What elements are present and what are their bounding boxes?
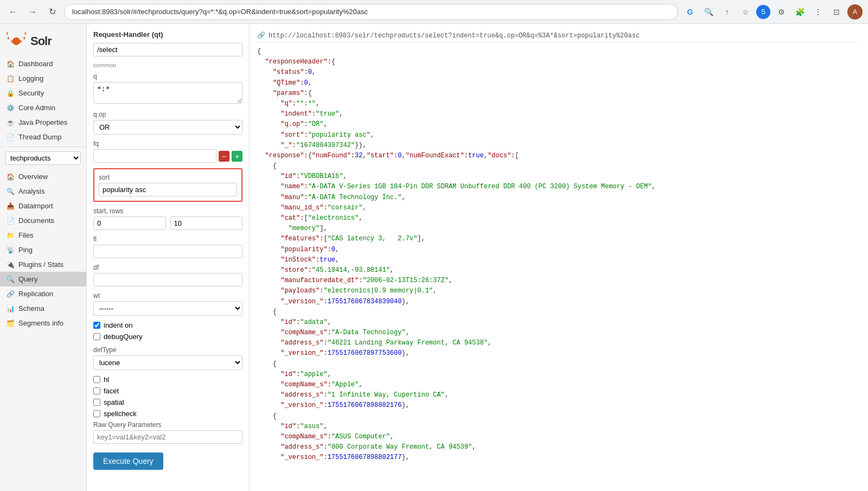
start-rows-group: start, rows bbox=[93, 207, 242, 230]
sidebar-item-logging[interactable]: Logging bbox=[0, 71, 86, 86]
sort-input[interactable] bbox=[99, 183, 237, 196]
security-icon bbox=[7, 90, 15, 97]
browser-chrome: ← → ↻ G 🔍 ↑ ☆ S ⚙ 🧩 ⋮ ⊡ A bbox=[0, 0, 868, 24]
raw-input[interactable] bbox=[93, 430, 242, 444]
sort-label: sort bbox=[99, 174, 237, 181]
deftype-label: defType bbox=[93, 346, 242, 354]
indent-label: indent on bbox=[104, 321, 133, 329]
sidebar-item-javaprops[interactable]: Java Properties bbox=[0, 115, 86, 130]
sidebar-top-nav: DashboardLoggingSecurityCore AdminJava P… bbox=[0, 56, 86, 144]
spellcheck-checkbox[interactable] bbox=[93, 410, 100, 417]
start-rows-label: start, rows bbox=[93, 207, 242, 215]
sidebar-label-schema: Schema bbox=[18, 304, 44, 313]
address-bar[interactable] bbox=[64, 4, 678, 20]
back-button[interactable]: ← bbox=[5, 4, 21, 20]
solr-logo-text: Solr bbox=[30, 34, 52, 48]
splitscreen-icon[interactable]: ⊡ bbox=[829, 4, 844, 20]
sidebar-item-query[interactable]: Query bbox=[0, 272, 86, 286]
sidebar-item-segments[interactable]: Segments info bbox=[0, 316, 86, 330]
facet-row: facet bbox=[93, 387, 242, 395]
svg-rect-8 bbox=[11, 40, 12, 43]
handler-group bbox=[93, 43, 242, 56]
fq-add-button[interactable]: + bbox=[232, 151, 242, 162]
spatial-label: spatial bbox=[104, 398, 124, 406]
qop-select[interactable]: ORAND bbox=[93, 120, 242, 135]
profile-avatar[interactable]: A bbox=[847, 4, 863, 20]
debug-label: debugQuery bbox=[104, 333, 143, 341]
sidebar-item-dashboard[interactable]: Dashboard bbox=[0, 56, 86, 71]
analysis-icon bbox=[7, 188, 15, 195]
menu-icon[interactable]: ⋮ bbox=[810, 4, 826, 20]
qop-group: q.op ORAND bbox=[93, 111, 242, 135]
sidebar-item-coreadmin[interactable]: Core Admin bbox=[0, 100, 86, 115]
documents-icon bbox=[7, 217, 15, 225]
settings-icon[interactable]: ⚙ bbox=[774, 4, 789, 20]
threaddump-icon bbox=[7, 133, 15, 141]
extension-icon[interactable]: S bbox=[756, 5, 770, 19]
fq-label: fq bbox=[93, 140, 242, 148]
start-input[interactable] bbox=[93, 216, 166, 230]
svg-rect-7 bbox=[16, 41, 17, 44]
wt-select[interactable]: ------jsonxmlcsv bbox=[93, 301, 242, 316]
debug-group: debugQuery bbox=[93, 333, 242, 341]
sidebar-item-security[interactable]: Security bbox=[0, 86, 86, 100]
handler-input[interactable] bbox=[93, 43, 242, 56]
schema-icon bbox=[7, 305, 15, 313]
sidebar-item-documents[interactable]: Documents bbox=[0, 213, 86, 228]
fq-remove-button[interactable]: − bbox=[219, 151, 229, 162]
search-icon[interactable]: 🔍 bbox=[701, 4, 716, 20]
hl-checkbox[interactable] bbox=[93, 376, 100, 383]
indent-row: indent on bbox=[93, 321, 242, 329]
sidebar-item-replication[interactable]: Replication bbox=[0, 286, 86, 301]
handler-label: Request-Handler (qt) bbox=[93, 30, 242, 39]
sidebar-item-ping[interactable]: Ping bbox=[0, 243, 86, 257]
bookmark-icon[interactable]: ☆ bbox=[738, 4, 753, 20]
forward-button[interactable]: → bbox=[25, 4, 40, 20]
fq-row: − + bbox=[93, 149, 242, 163]
segments-icon bbox=[7, 320, 15, 327]
sort-group: sort bbox=[93, 168, 242, 202]
facet-label: facet bbox=[104, 387, 119, 395]
plugins-icon bbox=[7, 261, 15, 269]
hl-label: hl bbox=[104, 375, 109, 384]
indent-checkbox[interactable] bbox=[93, 322, 100, 329]
qop-label: q.op bbox=[93, 111, 242, 118]
deftype-group: defType lucenedismaxedismax bbox=[93, 346, 242, 370]
sidebar-label-plugins: Plugins / Stats bbox=[18, 260, 63, 269]
sidebar-item-schema[interactable]: Schema bbox=[0, 301, 86, 316]
sidebar-item-files[interactable]: Files bbox=[0, 228, 86, 243]
df-group: df bbox=[93, 264, 242, 286]
q-input[interactable] bbox=[93, 82, 242, 104]
fl-group: fl bbox=[93, 235, 242, 258]
sidebar-label-overview: Overview bbox=[18, 173, 48, 181]
df-input[interactable] bbox=[93, 273, 242, 286]
svg-rect-10 bbox=[7, 32, 8, 35]
facet-checkbox[interactable] bbox=[93, 387, 100, 394]
collection-select[interactable]: techproducts bbox=[5, 151, 81, 165]
debug-checkbox[interactable] bbox=[93, 333, 100, 340]
fl-input[interactable] bbox=[93, 245, 242, 258]
deftype-select[interactable]: lucenedismaxedismax bbox=[93, 355, 242, 370]
google-icon[interactable]: G bbox=[682, 4, 698, 20]
sidebar-logo: Solr bbox=[0, 24, 86, 56]
main-layout: Solr DashboardLoggingSecurityCore AdminJ… bbox=[0, 24, 868, 491]
sidebar-collection-nav: OverviewAnalysisDataimportDocumentsFiles… bbox=[0, 169, 86, 330]
sidebar-item-dataimport[interactable]: Dataimport bbox=[0, 199, 86, 213]
results-url-icon: 🔗 bbox=[257, 31, 265, 40]
reload-button[interactable]: ↻ bbox=[44, 4, 60, 20]
sidebar-label-query: Query bbox=[18, 275, 37, 283]
rows-input[interactable] bbox=[170, 216, 243, 230]
sidebar-item-overview[interactable]: Overview bbox=[0, 169, 86, 184]
q-label: q bbox=[93, 73, 242, 80]
sidebar-label-dataimport: Dataimport bbox=[18, 202, 53, 210]
query-panel: Request-Handler (qt) common q q.op ORAND… bbox=[87, 24, 250, 491]
fq-input[interactable] bbox=[93, 149, 216, 163]
spatial-checkbox[interactable] bbox=[93, 399, 100, 406]
share-icon[interactable]: ↑ bbox=[719, 4, 735, 20]
extensions-icon[interactable]: 🧩 bbox=[792, 4, 807, 20]
sidebar-item-threaddump[interactable]: Thread Dump bbox=[0, 130, 86, 144]
execute-query-button[interactable]: Execute Query bbox=[93, 452, 163, 470]
sidebar-item-analysis[interactable]: Analysis bbox=[0, 184, 86, 199]
sidebar-label-javaprops: Java Properties bbox=[18, 118, 67, 126]
sidebar-item-plugins[interactable]: Plugins / Stats bbox=[0, 257, 86, 272]
